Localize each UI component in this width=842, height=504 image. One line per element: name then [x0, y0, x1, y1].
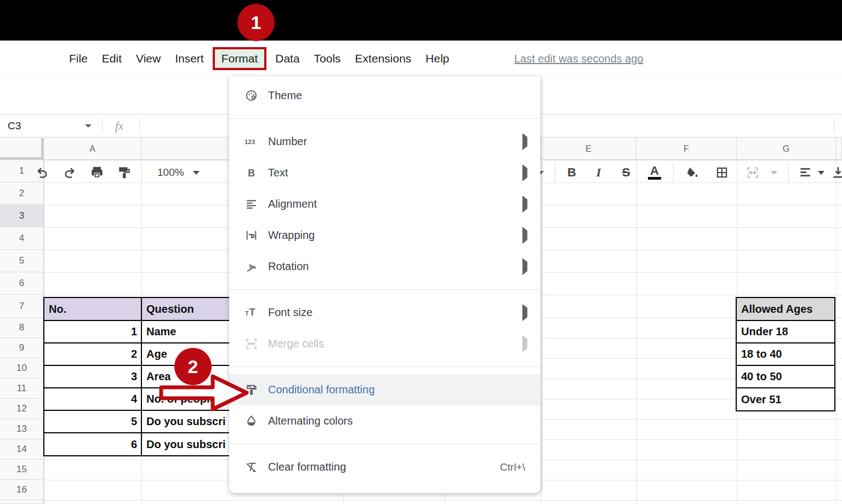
- menu-item-label: Clear formatting: [268, 461, 346, 473]
- paint-format-icon[interactable]: [115, 163, 134, 182]
- text-color-swatch: [648, 177, 661, 180]
- gridline: [44, 500, 842, 501]
- menu-item-font-size[interactable]: TTFont size: [229, 297, 541, 328]
- cell-a6[interactable]: 5: [44, 411, 141, 432]
- menubar-item-edit[interactable]: Edit: [102, 52, 122, 65]
- column-header-a[interactable]: A: [44, 138, 141, 160]
- cell-a4[interactable]: 3: [44, 366, 141, 387]
- row-header-2[interactable]: 2: [0, 182, 44, 205]
- menubar-item-help[interactable]: Help: [425, 52, 449, 65]
- column-header-h[interactable]: [836, 138, 842, 160]
- row-header-16[interactable]: 16: [0, 480, 44, 500]
- row-header-10[interactable]: 10: [0, 358, 44, 379]
- align-lines-icon: [244, 197, 259, 211]
- bold-button[interactable]: B: [562, 163, 581, 182]
- column-header-g[interactable]: G: [737, 138, 836, 160]
- cell-g3[interactable]: 18 to 40: [737, 343, 834, 365]
- wrap-text-icon: [244, 228, 259, 243]
- vertical-align-icon[interactable]: [829, 163, 842, 182]
- menubar-item-insert[interactable]: Insert: [175, 52, 204, 65]
- menubar-item-data[interactable]: Data: [275, 52, 299, 65]
- menu-item-label: Alternating colors: [268, 415, 353, 427]
- last-edit-link[interactable]: Last edit was seconds ago: [514, 41, 644, 77]
- submenu-arrow-icon: [522, 137, 527, 147]
- merge-cells-toolbar-icon[interactable]: [743, 163, 762, 182]
- print-icon[interactable]: [88, 163, 106, 182]
- menu-item-wrapping[interactable]: Wrapping: [229, 220, 541, 251]
- menubar-item-file[interactable]: File: [69, 52, 88, 65]
- align-caret-icon[interactable]: [818, 171, 824, 175]
- menu-item-clear-formatting[interactable]: Clear formattingCtrl+\: [229, 451, 541, 483]
- menu-item-alternating-colors[interactable]: Alternating colors: [229, 405, 541, 437]
- toolbar-divider: [555, 163, 555, 182]
- row-header-11[interactable]: 11: [0, 379, 44, 399]
- menubar-item-tools[interactable]: Tools: [314, 52, 341, 65]
- menu-item-rotation[interactable]: ARotation: [229, 251, 541, 282]
- font-size-icon: TT: [244, 305, 259, 320]
- row-header-5[interactable]: 5: [0, 250, 44, 272]
- cell-g1[interactable]: Allowed Ages: [737, 298, 834, 320]
- italic-button[interactable]: I: [589, 163, 608, 182]
- menu-item-conditional-formatting[interactable]: Conditional formatting: [229, 374, 541, 405]
- text-color-button[interactable]: A: [645, 163, 664, 182]
- row-header-12[interactable]: 12: [0, 399, 44, 419]
- formula-bar-divider: [102, 119, 103, 133]
- cell-g2[interactable]: Under 18: [737, 321, 834, 342]
- menu-item-label: Number: [268, 135, 307, 148]
- menu-divider: [229, 444, 541, 444]
- row-header-9[interactable]: 9: [0, 338, 44, 358]
- borders-icon[interactable]: [713, 163, 731, 182]
- menu-item-merge-cells[interactable]: Merge cells: [229, 328, 541, 359]
- menu-item-label: Conditional formatting: [268, 383, 375, 396]
- submenu-arrow-icon: [522, 168, 527, 178]
- row-header-6[interactable]: 6: [0, 272, 44, 295]
- column-header-f[interactable]: F: [636, 138, 737, 160]
- formula-bar-divider: [834, 119, 834, 133]
- name-box[interactable]: C3: [8, 115, 21, 137]
- text-rotation-icon: A: [244, 259, 259, 274]
- select-all-corner[interactable]: [0, 138, 44, 160]
- menu-item-shortcut: Ctrl+\: [500, 461, 525, 473]
- cell-a5[interactable]: 4: [44, 388, 141, 410]
- name-box-caret-icon[interactable]: [85, 124, 92, 128]
- row-header-3[interactable]: 3: [0, 205, 44, 227]
- menu-item-alignment[interactable]: Alignment: [229, 188, 541, 220]
- zoom-caret-icon[interactable]: [193, 171, 200, 175]
- cell-g4[interactable]: 40 to 50: [737, 366, 834, 387]
- cell-a1[interactable]: No.: [44, 298, 141, 320]
- menu-item-number[interactable]: 123Number: [229, 126, 541, 157]
- formula-bar-divider: [139, 119, 140, 133]
- merge-caret-icon[interactable]: [771, 171, 777, 175]
- zoom-select[interactable]: 100%: [157, 163, 184, 182]
- row-header-7[interactable]: 7: [0, 295, 44, 318]
- horizontal-align-icon[interactable]: [796, 163, 815, 182]
- menu-item-text[interactable]: BText: [229, 157, 541, 188]
- cell-a2[interactable]: 1: [44, 321, 141, 342]
- cell-g5[interactable]: Over 51: [737, 388, 834, 410]
- undo-icon[interactable]: [33, 163, 52, 182]
- menu-bar: FileEditViewInsertFormatDataToolsExtensi…: [0, 41, 842, 77]
- menu-item-label: Theme: [268, 89, 302, 102]
- gridline: [836, 160, 837, 504]
- row-header-15[interactable]: 15: [0, 460, 44, 480]
- fill-color-icon[interactable]: [682, 163, 701, 182]
- menubar-item-format[interactable]: Format: [213, 47, 267, 70]
- cell-a7[interactable]: 6: [44, 433, 141, 455]
- row-header-partial[interactable]: [0, 500, 44, 504]
- merge-cells-icon: [244, 336, 259, 351]
- clear-format-icon: [244, 460, 259, 474]
- menubar-item-view[interactable]: View: [136, 52, 161, 65]
- strikethrough-button[interactable]: S: [617, 163, 635, 182]
- row-header-8[interactable]: 8: [0, 318, 44, 338]
- menubar-item-extensions[interactable]: Extensions: [355, 52, 412, 65]
- redo-icon[interactable]: [60, 163, 79, 182]
- menu-item-label: Merge cells: [268, 337, 324, 350]
- column-header-e[interactable]: E: [541, 138, 636, 160]
- cell-a3[interactable]: 2: [44, 343, 141, 365]
- row-header-13[interactable]: 13: [0, 419, 44, 439]
- submenu-arrow-icon: [522, 262, 527, 272]
- menu-item-theme[interactable]: Theme: [229, 80, 541, 111]
- row-header-14[interactable]: 14: [0, 439, 44, 460]
- row-header-4[interactable]: 4: [0, 227, 44, 250]
- submenu-arrow-icon: [522, 231, 527, 240]
